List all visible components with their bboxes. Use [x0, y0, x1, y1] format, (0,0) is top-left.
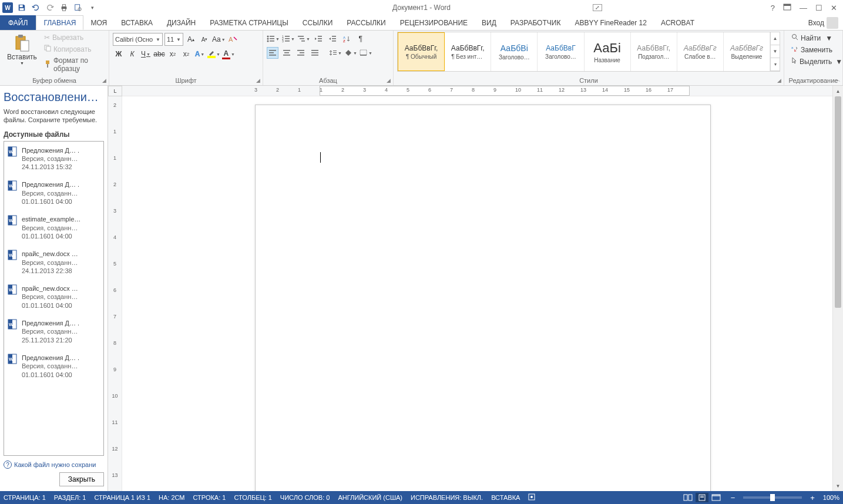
paragraph-launcher-icon[interactable]: ◢	[387, 78, 391, 83]
subscript-button[interactable]: x2	[167, 48, 179, 60]
superscript-button[interactable]: x2	[180, 48, 192, 60]
font-color-button[interactable]: A▼	[222, 48, 235, 60]
tab-ссылки[interactable]: ССЫЛКИ	[295, 15, 340, 30]
replace-button[interactable]: abЗаменить	[790, 45, 834, 55]
select-button[interactable]: Выделить▼	[790, 56, 843, 66]
recovery-file-item[interactable]: WПредложения Д… .Версия, созданн…25.11.2…	[4, 314, 103, 349]
cut-button[interactable]: ✂Вырезать	[43, 33, 103, 42]
grow-font-button[interactable]: A▴	[185, 33, 197, 45]
style-item-0[interactable]: АаБбВвГг,¶ Обычный	[398, 32, 445, 71]
undo-icon[interactable]	[31, 2, 41, 13]
style-item-5[interactable]: АаБбВвГг,Подзагол…	[631, 32, 677, 71]
tab-acrobat[interactable]: ACROBAT	[654, 15, 701, 30]
quick-print-icon[interactable]	[59, 2, 69, 13]
page-canvas[interactable]	[122, 96, 832, 491]
align-left-button[interactable]	[267, 47, 278, 59]
tab-вставка[interactable]: ВСТАВКА	[114, 15, 160, 30]
font-launcher-icon[interactable]: ◢	[256, 78, 260, 83]
tab-file[interactable]: ФАЙЛ	[0, 15, 36, 30]
styles-scroll-down[interactable]: ▼	[771, 45, 780, 58]
redo-icon[interactable]	[45, 2, 55, 13]
style-item-4[interactable]: АаБіНазвание	[585, 32, 631, 71]
style-item-2[interactable]: АаБбВіЗаголово…	[491, 32, 538, 71]
close-icon[interactable]: ✕	[831, 4, 837, 12]
line-spacing-button[interactable]: ▼	[329, 47, 342, 59]
status-track-changes[interactable]: ИСПРАВЛЕНИЯ: ВЫКЛ.	[411, 494, 483, 501]
show-hide-button[interactable]: ¶	[355, 33, 367, 45]
font-name-combo[interactable]: Calibri (Осно▼	[113, 33, 163, 46]
word-app-icon[interactable]: W	[2, 2, 13, 13]
tab-разработчик[interactable]: РАЗРАБОТЧИК	[503, 15, 568, 30]
print-preview-icon[interactable]	[73, 2, 83, 13]
style-item-6[interactable]: АаБбВвГгСлабое в…	[677, 32, 724, 71]
vertical-ruler[interactable]: 2112345678910111213	[108, 96, 122, 491]
status-position[interactable]: НА: 2СМ	[159, 494, 185, 501]
style-item-3[interactable]: АаБбВвГЗаголово…	[538, 32, 584, 71]
recovery-file-item[interactable]: WПредложения Д… .Версия, созданн…24.11.2…	[4, 142, 103, 176]
status-section[interactable]: РАЗДЕЛ: 1	[54, 494, 86, 501]
macro-recording-icon[interactable]	[528, 493, 535, 502]
zoom-slider-thumb[interactable]	[770, 494, 775, 501]
status-language[interactable]: АНГЛИЙСКИЙ (США)	[338, 494, 402, 501]
copy-button[interactable]: Копировать	[43, 44, 103, 54]
ribbon-display-options-icon[interactable]: ⤢	[593, 4, 602, 11]
tab-selector[interactable]: L	[108, 86, 122, 96]
zoom-slider[interactable]	[743, 496, 802, 499]
increase-indent-button[interactable]	[327, 33, 338, 45]
change-case-button[interactable]: Aa▼	[212, 33, 226, 45]
qat-customize-icon[interactable]: ▾	[87, 2, 98, 13]
text-effects-button[interactable]: A▼	[194, 48, 206, 60]
scroll-down-icon[interactable]: ▼	[833, 481, 843, 491]
recovery-file-item[interactable]: WПредложения Д… .Версия, созданн…01.01.1…	[4, 176, 103, 210]
print-layout-icon[interactable]	[696, 493, 708, 502]
recovery-help-link[interactable]: ? Какой файл нужно сохрани	[4, 461, 104, 469]
zoom-in-button[interactable]: +	[808, 493, 817, 502]
highlight-button[interactable]: ▼	[207, 48, 220, 60]
borders-button[interactable]: ▼	[360, 47, 372, 59]
font-size-combo[interactable]: 11▼	[164, 33, 183, 46]
status-word-count[interactable]: ЧИСЛО СЛОВ: 0	[280, 494, 330, 501]
styles-launcher-icon[interactable]: ◢	[777, 78, 781, 83]
shading-button[interactable]: ▼	[344, 47, 357, 59]
style-item-1[interactable]: АаБбВвГг,¶ Без инте…	[445, 32, 491, 71]
zoom-level[interactable]: 100%	[823, 494, 839, 501]
sign-in[interactable]: Вход	[808, 17, 838, 29]
recovery-close-button[interactable]: Закрыть	[59, 472, 104, 486]
bullets-button[interactable]: ▼	[267, 33, 280, 45]
find-button[interactable]: Найти▼	[790, 33, 834, 43]
maximize-icon[interactable]: ☐	[815, 4, 822, 12]
recovery-file-item[interactable]: Wпрайс_new.docx …Версия, созданн…24.11.2…	[4, 245, 103, 280]
recovery-file-item[interactable]: Westimate_example…Версия, созданн…01.01.…	[4, 210, 103, 245]
clipboard-launcher-icon[interactable]: ◢	[102, 78, 106, 83]
tab-дизайн[interactable]: ДИЗАЙН	[160, 15, 203, 30]
read-mode-icon[interactable]	[681, 493, 694, 502]
status-page-of[interactable]: СТРАНИЦА 1 ИЗ 1	[95, 494, 151, 501]
decrease-indent-button[interactable]	[313, 33, 324, 45]
help-icon[interactable]: ?	[771, 4, 775, 12]
bold-button[interactable]: Ж	[113, 48, 125, 60]
styles-scroll-up[interactable]: ▲	[771, 32, 780, 45]
format-painter-button[interactable]: Формат по образцу	[43, 56, 103, 73]
save-icon[interactable]	[16, 2, 27, 13]
tab-разметка-страницы[interactable]: РАЗМЕТКА СТРАНИЦЫ	[203, 15, 295, 30]
underline-button[interactable]: Ч▼	[140, 48, 152, 60]
strikethrough-button[interactable]: abc	[153, 48, 165, 60]
scroll-up-icon[interactable]: ▲	[833, 86, 843, 96]
multilevel-list-button[interactable]: ▼	[297, 33, 310, 45]
zoom-out-button[interactable]: −	[728, 493, 738, 502]
collapse-ribbon-icon[interactable]: ︿	[835, 76, 841, 84]
styles-scroll-more[interactable]: ▾	[771, 58, 780, 71]
status-page[interactable]: СТРАНИЦА: 1	[4, 494, 46, 501]
status-column[interactable]: СТОЛБЕЦ: 1	[234, 494, 271, 501]
status-line[interactable]: СТРОКА: 1	[193, 494, 226, 501]
tab-вид[interactable]: ВИД	[475, 15, 503, 30]
vertical-scrollbar[interactable]: ▲ ▼	[832, 86, 843, 491]
align-right-button[interactable]	[295, 47, 307, 59]
status-insert-mode[interactable]: ВСТАВКА	[491, 494, 520, 501]
horizontal-ruler[interactable]: 3211234567891011121314151617	[122, 86, 832, 96]
tab-рассылки[interactable]: РАССЫЛКИ	[340, 15, 392, 30]
tab-моя[interactable]: МОЯ	[83, 15, 114, 30]
style-item-7[interactable]: АаБбВвГгВыделение	[724, 32, 770, 71]
ribbon-options-icon[interactable]	[783, 4, 791, 12]
paste-button[interactable]: Вставить ▼	[4, 32, 41, 68]
